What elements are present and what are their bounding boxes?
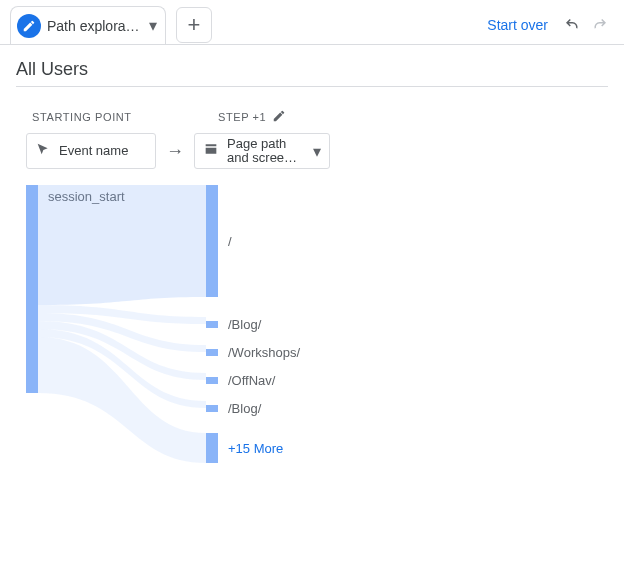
redo-icon — [586, 11, 614, 39]
pencil-icon — [17, 14, 41, 38]
dest-node[interactable]: /Blog/ — [206, 317, 261, 332]
dest-bar — [206, 433, 218, 463]
add-tab-button[interactable]: + — [176, 7, 212, 43]
edit-step-icon[interactable] — [272, 109, 286, 125]
page-icon — [203, 141, 219, 161]
step-label: Page path and scree… — [227, 137, 305, 166]
sankey-diagram: session_start / /Blog/ /Workshops/ /OffN… — [26, 185, 596, 537]
dest-node[interactable]: / — [206, 185, 232, 297]
starting-point-header: STARTING POINT — [32, 111, 182, 123]
tab-title: Path explorati… — [47, 18, 143, 34]
dest-label: /Blog/ — [228, 317, 261, 332]
step-header: STEP +1 — [218, 109, 286, 125]
step-header-label: STEP +1 — [218, 111, 266, 123]
starting-point-label: Event name — [59, 144, 128, 158]
dest-node[interactable]: /OffNav/ — [206, 373, 275, 388]
flow-paths — [38, 185, 206, 537]
source-bar[interactable] — [26, 185, 38, 393]
dest-node[interactable]: /Workshops/ — [206, 345, 300, 360]
dest-bar — [206, 349, 218, 356]
dest-label: /Blog/ — [228, 401, 261, 416]
cursor-icon — [35, 141, 51, 161]
dest-bar — [206, 321, 218, 328]
chevron-down-icon[interactable]: ▾ — [149, 16, 157, 35]
arrow-right-icon: → — [166, 141, 184, 162]
more-node[interactable]: +15 More — [206, 433, 283, 463]
undo-icon[interactable] — [558, 11, 586, 39]
dest-bar — [206, 377, 218, 384]
dest-label: /OffNav/ — [228, 373, 275, 388]
dest-node[interactable]: /Blog/ — [206, 401, 261, 416]
dest-label: / — [228, 234, 232, 249]
tab-path-exploration[interactable]: Path explorati… ▾ — [10, 6, 166, 44]
more-label: +15 More — [228, 441, 283, 456]
step-selector[interactable]: Page path and scree… ▾ — [194, 133, 330, 169]
dest-bar — [206, 405, 218, 412]
starting-point-selector[interactable]: Event name — [26, 133, 156, 169]
dest-label: /Workshops/ — [228, 345, 300, 360]
dest-bar — [206, 185, 218, 297]
chevron-down-icon[interactable]: ▾ — [313, 142, 321, 161]
start-over-link[interactable]: Start over — [487, 17, 548, 33]
segment-label: All Users — [16, 55, 608, 87]
